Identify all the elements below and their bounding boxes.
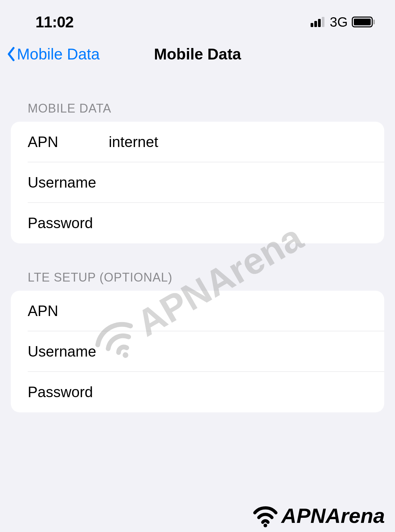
watermark-bottom: APNArena [252, 502, 385, 529]
watermark-bottom-text: APNArena [281, 504, 385, 528]
lte-password-input[interactable] [109, 384, 367, 401]
lte-apn-label: APN [28, 303, 109, 319]
lte-password-row[interactable]: Password [11, 372, 384, 412]
status-indicators: 3G [311, 15, 375, 30]
mobile-data-section: APN Username Password [11, 122, 384, 243]
username-row[interactable]: Username [11, 162, 384, 203]
svg-point-1 [264, 524, 267, 527]
apn-row[interactable]: APN [11, 122, 384, 162]
lte-username-input[interactable] [109, 343, 367, 360]
lte-setup-section: APN Username Password [11, 291, 384, 412]
page-title: Mobile Data [154, 45, 241, 63]
apn-label: APN [28, 134, 109, 150]
password-label: Password [28, 215, 109, 232]
status-time: 11:02 [35, 13, 74, 31]
lte-username-row[interactable]: Username [11, 331, 384, 372]
back-button[interactable]: Mobile Data [7, 45, 100, 63]
network-type: 3G [330, 15, 348, 30]
password-input[interactable] [109, 215, 367, 232]
password-row[interactable]: Password [11, 203, 384, 243]
back-label: Mobile Data [17, 45, 100, 63]
lte-username-label: Username [28, 343, 109, 360]
chevron-left-icon [7, 47, 15, 62]
status-bar: 11:02 3G [0, 0, 395, 37]
battery-icon [352, 17, 375, 27]
username-input[interactable] [109, 174, 367, 191]
username-label: Username [28, 174, 109, 191]
lte-password-label: Password [28, 384, 109, 401]
wifi-icon [252, 502, 279, 529]
navigation-bar: Mobile Data Mobile Data [0, 37, 395, 74]
mobile-data-section-header: Mobile Data [0, 74, 395, 122]
lte-apn-row[interactable]: APN [11, 291, 384, 331]
cellular-signal-icon [311, 17, 324, 27]
apn-input[interactable] [109, 134, 367, 150]
lte-setup-section-header: LTE Setup (Optional) [0, 243, 395, 291]
lte-apn-input[interactable] [109, 303, 367, 319]
